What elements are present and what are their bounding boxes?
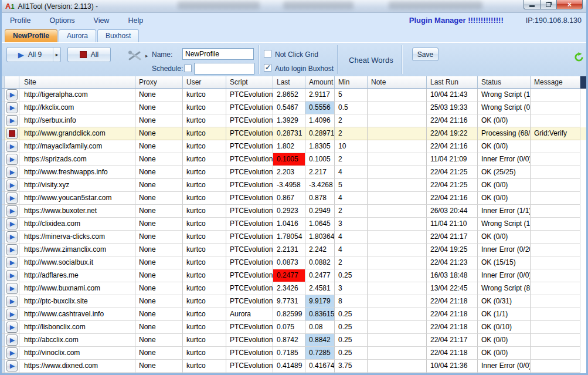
- table-row[interactable]: ▶http://lisbonclix.comNonekurtcoPTCEvolu…: [2, 321, 586, 334]
- table-row[interactable]: ▶http://mayaclixfamily.comNonekurtcoPTCE…: [2, 140, 586, 153]
- play-row-button[interactable]: ▶: [6, 154, 18, 165]
- cell-proxy: None: [135, 256, 183, 269]
- play-row-button[interactable]: ▶: [6, 192, 18, 204]
- title-bar[interactable]: A1 All1Tool (Version: 2.113) - ×: [2, 0, 586, 13]
- cheat-words-button[interactable]: Cheat Words: [349, 56, 393, 65]
- table-row[interactable]: ▶http://www.buxnami.comNonekurtcoPTCEvol…: [2, 282, 586, 295]
- header-amount[interactable]: Amount: [305, 76, 335, 89]
- play-row-button[interactable]: ▶: [6, 218, 18, 229]
- tools-menu-button[interactable]: ▸: [127, 50, 148, 62]
- cell-proxy: None: [135, 114, 183, 127]
- table-row[interactable]: ▶https://www.buxoter.netNonekurtcoPTCEvo…: [2, 205, 586, 218]
- menu-profile[interactable]: Profile: [10, 16, 30, 25]
- header-last-run[interactable]: Last Run: [427, 76, 478, 89]
- play-row-button[interactable]: ▶: [6, 180, 18, 191]
- table-row[interactable]: ▶https://sprizads.comNonekurtcoPTCEvolut…: [2, 153, 586, 166]
- cell-message: [531, 114, 580, 127]
- play-row-button[interactable]: ▶: [6, 283, 18, 294]
- play-row-button[interactable]: ▶: [6, 360, 18, 371]
- table-row[interactable]: ▶https://www.zimanclix.comNonekurtcoPTCE…: [2, 244, 586, 256]
- menu-view[interactable]: View: [94, 16, 110, 25]
- header-site[interactable]: Site: [19, 76, 135, 89]
- play-row-button[interactable]: ▶: [6, 270, 18, 281]
- table-row[interactable]: ▶http://www.socialbux.itNonekurtcoPTCEvo…: [2, 256, 586, 269]
- menu-help[interactable]: Help: [128, 16, 143, 25]
- not-click-grid-label: Not Click Grid: [275, 50, 318, 59]
- cell-min: 4: [335, 192, 368, 205]
- header-note[interactable]: Note: [368, 76, 427, 89]
- play-row-button[interactable]: ▶: [6, 309, 18, 320]
- play-row-button[interactable]: ▶: [6, 141, 18, 152]
- play-row-button[interactable]: ▶: [6, 205, 18, 217]
- cell-last: 0.41489: [273, 360, 305, 373]
- minimize-button[interactable]: [524, 0, 541, 9]
- cell-last: 9.7731: [273, 295, 305, 308]
- table-row[interactable]: ▶http://serbux.infoNonekurtcoPTCEvolutio…: [2, 114, 586, 127]
- table-row[interactable]: ▶http://tigeralpha.comNonekurtcoPTCEvolu…: [2, 89, 586, 102]
- header-status[interactable]: Status: [478, 76, 531, 89]
- table-row[interactable]: ▶https://minerva-clicks.comNonekurtcoPTC…: [2, 231, 586, 244]
- refresh-button[interactable]: [574, 52, 584, 64]
- cell-user: kurtco: [183, 192, 226, 205]
- stop-icon: [9, 130, 15, 137]
- table-row[interactable]: ▶https://www.dixned.comNonekurtcoPTCEvol…: [2, 360, 586, 373]
- table-row[interactable]: ▶: [2, 373, 586, 373]
- start-all-dropdown-button[interactable]: ▸: [53, 47, 61, 62]
- play-row-button[interactable]: ▶: [6, 89, 18, 100]
- table-row[interactable]: ▶http://ptc-buxclix.siteNonekurtcoPTCEvo…: [2, 295, 586, 308]
- table-row[interactable]: ▶http://vinoclix.comNonekurtcoPTCEvoluti…: [2, 347, 586, 360]
- play-row-button[interactable]: ▶: [6, 347, 18, 359]
- table-row[interactable]: ▶http://clixidea.comNonekurtcoPTCEvoluti…: [2, 218, 586, 231]
- header-min[interactable]: Min: [335, 76, 368, 89]
- menu-options[interactable]: Options: [49, 16, 74, 25]
- play-row-button[interactable]: ▶: [6, 102, 18, 113]
- cell-site: https://sprizads.com: [19, 153, 135, 166]
- cell-last: 0.2923: [273, 205, 305, 218]
- play-icon: ▶: [10, 246, 15, 253]
- window-title: All1Tool (Version: 2.113) -: [18, 2, 98, 11]
- cell-site: http://lisbonclix.com: [19, 321, 135, 334]
- play-icon: ▶: [10, 337, 15, 343]
- play-row-button[interactable]: ▶: [6, 335, 18, 346]
- table-row[interactable]: http://www.grandclick.comNonekurtcoPTCEv…: [2, 127, 586, 140]
- header-user[interactable]: User: [183, 76, 226, 89]
- header-proxy[interactable]: Proxy: [135, 76, 183, 89]
- cell-user: kurtco: [183, 153, 226, 166]
- cell-proxy: None: [135, 321, 183, 334]
- header-last[interactable]: Last: [273, 76, 305, 89]
- menu-bar: Profile Options View Help Plugin Manager…: [2, 13, 586, 28]
- table-row[interactable]: ▶http://www.youcan5star.comNonekurtcoPTC…: [2, 192, 586, 205]
- save-button[interactable]: Save: [412, 48, 439, 61]
- maximize-button[interactable]: [541, 0, 556, 9]
- table-row[interactable]: ▶http://kkclix.comNonekurtcoPTCEvolution…: [2, 102, 586, 114]
- schedule-checkbox[interactable]: [184, 65, 192, 72]
- close-button[interactable]: ×: [556, 0, 583, 9]
- play-row-button[interactable]: ▶: [6, 322, 18, 333]
- stop-all-button[interactable]: All: [67, 47, 111, 62]
- header-play-column[interactable]: [5, 76, 19, 89]
- play-row-button[interactable]: ▶: [6, 296, 18, 307]
- play-row-button[interactable]: ▶: [6, 167, 18, 178]
- table-row[interactable]: ▶http://adflares.meNonekurtcoPTCEvolutio…: [2, 269, 586, 282]
- header-script[interactable]: Script: [226, 76, 273, 89]
- play-row-button[interactable]: ▶: [6, 231, 18, 242]
- play-row-button[interactable]: ▶: [6, 257, 18, 268]
- stop-row-button[interactable]: [6, 128, 18, 139]
- auto-login-buxhost-checkbox[interactable]: [264, 64, 271, 72]
- plugin-manager-label[interactable]: Plugin Manager !!!!!!!!!!!!!!: [409, 16, 504, 25]
- profile-name-input[interactable]: [182, 48, 254, 60]
- header-message[interactable]: Message: [531, 76, 580, 89]
- play-row-button[interactable]: ▶: [6, 115, 18, 126]
- table-row[interactable]: ▶http://www.freshwapps.infoNonekurtcoPTC…: [2, 166, 586, 179]
- start-all-button[interactable]: ▶ All 9: [6, 47, 53, 62]
- not-click-grid-checkbox[interactable]: [264, 50, 271, 58]
- table-row[interactable]: ▶http://visity.xyzNonekurtcoPTCEvolution…: [2, 179, 586, 192]
- play-row-button[interactable]: ▶: [6, 244, 18, 255]
- cell-min: 0.25: [335, 321, 368, 334]
- table-row[interactable]: ▶http://abcclix.comNonekurtcoPTCEvolutio…: [2, 334, 586, 347]
- schedule-input[interactable]: [194, 63, 254, 75]
- tab-buxhost[interactable]: Buxhost: [97, 29, 139, 42]
- tab-newprofile[interactable]: NewProfile: [5, 29, 57, 42]
- table-row[interactable]: ▶http://www.cashtravel.infoNonekurtcoAur…: [2, 308, 586, 321]
- tab-aurora[interactable]: Aurora: [59, 29, 96, 42]
